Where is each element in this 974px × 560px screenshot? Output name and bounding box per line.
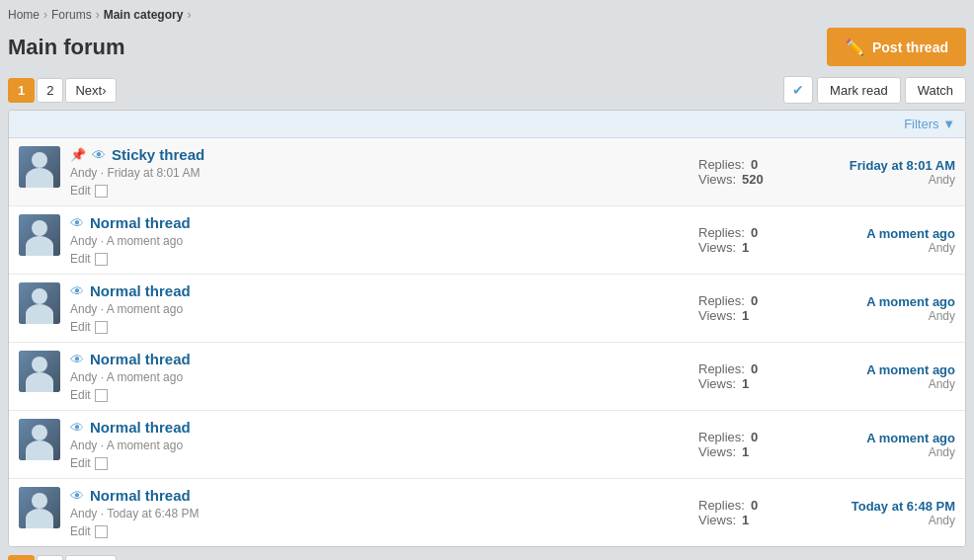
thread-checkbox[interactable]: [95, 185, 108, 198]
thread-meta: Andy · Friday at 8:01 AM: [70, 166, 689, 180]
thread-title-link[interactable]: Normal thread: [90, 487, 191, 504]
avatar: [19, 487, 60, 528]
forum-title: Main forum: [8, 35, 125, 60]
last-post-user: Andy: [807, 241, 955, 255]
thread-title-row: 👁 Normal thread: [70, 419, 689, 436]
page-1-top[interactable]: 1: [8, 78, 35, 103]
edit-link[interactable]: Edit: [70, 184, 91, 198]
watch-thread-icon[interactable]: 👁: [92, 147, 106, 163]
thread-title-link[interactable]: Normal thread: [90, 214, 191, 231]
thread-stats: Replies: 0 Views: 1: [689, 282, 797, 334]
page-2-top[interactable]: 2: [37, 78, 63, 103]
thread-last-post: A moment ago Andy: [797, 282, 955, 334]
thread-checkbox[interactable]: [95, 457, 108, 470]
avatar-image: [19, 487, 60, 528]
views-value: 1: [742, 376, 749, 391]
breadcrumb-sep-1: ›: [43, 8, 47, 22]
replies-label: Replies:: [698, 225, 745, 240]
last-post-time[interactable]: A moment ago: [807, 362, 955, 377]
last-post-time[interactable]: Today at 6:48 PM: [807, 499, 955, 514]
checkmark-icon: ✔: [792, 82, 804, 98]
thread-meta: Andy · A moment ago: [70, 234, 689, 248]
mark-read-button[interactable]: Mark read: [817, 77, 901, 104]
filters-link[interactable]: Filters ▼: [904, 117, 955, 131]
thread-meta: Andy · A moment ago: [70, 302, 689, 316]
watch-thread-icon[interactable]: 👁: [70, 488, 84, 504]
thread-title-link[interactable]: Normal thread: [90, 282, 191, 299]
replies-label: Replies:: [698, 430, 745, 444]
last-post-time[interactable]: A moment ago: [807, 226, 955, 241]
pagination-top: 1 2 Next›: [8, 78, 117, 103]
last-post-time[interactable]: Friday at 8:01 AM: [807, 158, 955, 173]
thread-title-link[interactable]: Normal thread: [90, 351, 191, 367]
thread-checkbox[interactable]: [95, 321, 108, 334]
last-post-time[interactable]: A moment ago: [807, 294, 955, 309]
post-thread-button[interactable]: ✏️ Post thread: [827, 28, 966, 66]
replies-row: Replies: 0: [698, 430, 758, 444]
thread-title-row: 📌 👁 Sticky thread: [70, 146, 689, 163]
last-post-time[interactable]: A moment ago: [807, 431, 955, 445]
edit-link[interactable]: Edit: [70, 320, 91, 334]
last-post-user: Andy: [807, 309, 955, 323]
breadcrumb-sep-3: ›: [187, 8, 191, 22]
breadcrumb-sep-2: ›: [96, 8, 100, 22]
thread-stats: Replies: 0 Views: 1: [689, 214, 797, 266]
thread-info: 👁 Normal thread Andy · Today at 6:48 PM …: [70, 487, 689, 538]
page-2-bottom[interactable]: 2: [37, 555, 63, 560]
bottom-controls-row: 1 2 Next›: [8, 555, 966, 560]
edit-link[interactable]: Edit: [70, 252, 91, 266]
thread-title-row: 👁 Normal thread: [70, 351, 689, 367]
watch-thread-icon[interactable]: 👁: [70, 283, 84, 299]
watch-thread-icon[interactable]: 👁: [70, 420, 84, 436]
replies-value: 0: [751, 498, 758, 513]
replies-row: Replies: 0: [698, 157, 758, 172]
thread-meta: Andy · Today at 6:48 PM: [70, 507, 689, 520]
thread-title-row: 👁 Normal thread: [70, 282, 689, 299]
thread-edit-row: Edit: [70, 388, 689, 402]
replies-label: Replies:: [698, 361, 745, 376]
edit-link[interactable]: Edit: [70, 524, 91, 538]
thread-checkbox[interactable]: [95, 525, 108, 538]
thread-title-link[interactable]: Sticky thread: [112, 146, 204, 163]
last-post-user: Andy: [807, 173, 955, 187]
views-label: Views:: [698, 308, 736, 323]
last-post-user: Andy: [807, 377, 955, 391]
thread-row: 👁 Normal thread Andy · A moment ago Edit…: [9, 275, 965, 343]
breadcrumb-forums[interactable]: Forums: [51, 8, 92, 22]
views-row: Views: 520: [698, 172, 764, 187]
edit-link[interactable]: Edit: [70, 388, 91, 402]
thread-title-link[interactable]: Normal thread: [90, 419, 191, 436]
watch-thread-icon[interactable]: 👁: [70, 352, 84, 367]
next-top[interactable]: Next›: [65, 78, 116, 103]
views-row: Views: 1: [698, 444, 749, 459]
views-label: Views:: [698, 172, 736, 187]
sticky-pin-icon: 📌: [70, 147, 86, 162]
replies-value: 0: [751, 430, 758, 444]
thread-checkbox[interactable]: [95, 253, 108, 266]
views-value: 1: [742, 513, 749, 527]
watch-button[interactable]: Watch: [905, 77, 966, 104]
breadcrumb-home[interactable]: Home: [8, 8, 40, 22]
thread-last-post: A moment ago Andy: [797, 419, 955, 470]
thread-info: 👁 Normal thread Andy · A moment ago Edit: [70, 351, 689, 402]
thread-last-post: Today at 6:48 PM Andy: [797, 487, 955, 538]
views-value: 520: [742, 172, 764, 187]
thread-date: A moment ago: [107, 439, 183, 452]
thread-author: Andy: [70, 370, 97, 384]
watch-thread-icon[interactable]: 👁: [70, 215, 84, 231]
thread-last-post: A moment ago Andy: [797, 214, 955, 266]
thread-date: A moment ago: [107, 302, 183, 316]
next-bottom[interactable]: Next›: [65, 555, 116, 560]
checkmark-icon-button[interactable]: ✔: [783, 76, 813, 104]
thread-info: 👁 Normal thread Andy · A moment ago Edit: [70, 419, 689, 470]
right-controls: ✔ Mark read Watch: [783, 76, 966, 104]
thread-checkbox[interactable]: [95, 389, 108, 402]
thread-last-post: Friday at 8:01 AM Andy: [797, 146, 955, 198]
page-1-bottom[interactable]: 1: [8, 555, 35, 560]
views-row: Views: 1: [698, 240, 749, 255]
edit-link[interactable]: Edit: [70, 456, 91, 470]
page-wrapper: Home › Forums › Main category › Main for…: [0, 0, 974, 560]
views-label: Views:: [698, 376, 736, 391]
filters-bar: Filters ▼: [9, 111, 965, 138]
thread-edit-row: Edit: [70, 524, 689, 538]
